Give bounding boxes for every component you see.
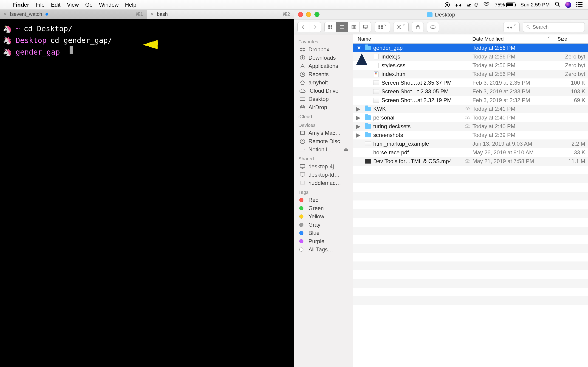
sidebar-item[interactable]: AirDrop: [294, 103, 353, 111]
table-row-empty: [353, 253, 588, 261]
search-input[interactable]: [533, 24, 581, 30]
svg-point-44: [302, 141, 303, 142]
sidebar-item-label: All Tags…: [309, 246, 333, 253]
search-field[interactable]: [523, 22, 585, 32]
file-date: Today at 2:41 PM: [473, 106, 553, 112]
minimize-window-button[interactable]: [306, 12, 311, 17]
battery-indicator[interactable]: 75%: [495, 2, 515, 8]
file-name: Screen Shot…at 2.32.19 PM: [381, 97, 452, 103]
sidebar-item-label: Green: [309, 205, 324, 211]
sidebar-tag[interactable]: Red: [294, 196, 353, 204]
sidebar-tag[interactable]: Purple: [294, 237, 353, 245]
terminal-tab-1[interactable]: × fsevent_watch ⌘1: [0, 10, 147, 19]
table-row[interactable]: Screen Shot…at 2.35.37 PMFeb 3, 2019 at …: [353, 78, 588, 87]
siri-icon[interactable]: [565, 2, 571, 8]
col-size[interactable]: Size: [553, 36, 588, 42]
close-icon[interactable]: ×: [4, 11, 7, 17]
table-row[interactable]: horse-race.pdfMay 26, 2019 at 9:10 AM33 …: [353, 148, 588, 157]
table-row[interactable]: Dev Tools for…TML & CSS.mp4May 21, 2019 …: [353, 157, 588, 166]
sidebar-item[interactable]: desktop-4j…: [294, 162, 353, 171]
table-row[interactable]: ▼gender_gapToday at 2:56 PM: [353, 44, 588, 52]
table-row[interactable]: index.jsToday at 2:56 PMZero byt: [353, 52, 588, 61]
table-row[interactable]: styles.cssToday at 2:56 PMZero byt: [353, 61, 588, 70]
sidebar-item[interactable]: huddlemac…: [294, 179, 353, 187]
table-row[interactable]: Screen Shot…t 2.33.05 PMFeb 3, 2019 at 2…: [353, 87, 588, 96]
file-name: html_markup_example: [373, 141, 429, 147]
sidebar-tag[interactable]: Gray: [294, 221, 353, 229]
col-date[interactable]: Date Modified˅: [473, 36, 553, 42]
tags-button[interactable]: [427, 22, 439, 32]
group-by-button[interactable]: ˅: [375, 22, 390, 32]
sidebar-item[interactable]: Dropbox: [294, 45, 353, 54]
disclosure-triangle-icon[interactable]: ▶: [356, 123, 360, 130]
spotlight-icon[interactable]: [555, 1, 560, 8]
dropbox-toolbar-button[interactable]: ⬧⬧˅: [503, 22, 519, 32]
forward-button[interactable]: [309, 22, 321, 32]
sidebar-item[interactable]: Desktop: [294, 95, 353, 103]
action-button[interactable]: ˅: [393, 22, 408, 32]
table-row[interactable]: Screen Shot…at 2.32.19 PMFeb 3, 2019 at …: [353, 96, 588, 105]
disclosure-triangle-icon[interactable]: ▶: [356, 115, 360, 121]
video-file-icon: [365, 159, 371, 164]
goggles-icon[interactable]: ⌀⌀: [467, 2, 469, 8]
col-name[interactable]: Name: [353, 36, 473, 42]
clock[interactable]: Sun 2:59 PM: [520, 2, 550, 8]
table-row[interactable]: ▶personalToday at 2:40 PM: [353, 113, 588, 122]
disclosure-triangle-icon[interactable]: ▼: [356, 45, 360, 51]
zoom-window-button[interactable]: [314, 12, 320, 17]
sidebar-item[interactable]: Remote Disc: [294, 137, 353, 145]
sidebar-tag[interactable]: Blue: [294, 229, 353, 237]
column-view-button[interactable]: [348, 22, 360, 32]
table-row[interactable]: index.htmlToday at 2:56 PMZero byt: [353, 70, 588, 78]
sidebar-item[interactable]: iCloud Drive: [294, 87, 353, 95]
file-size: 69 K: [553, 97, 588, 103]
cloud-download-icon[interactable]: [465, 123, 470, 130]
sidebar-tag[interactable]: All Tags…: [294, 245, 353, 254]
list-view-button[interactable]: [336, 22, 348, 32]
cloud-download-icon[interactable]: [465, 115, 470, 121]
sidebar-tag[interactable]: Green: [294, 204, 353, 212]
sidebar-tag[interactable]: Yellow: [294, 212, 353, 221]
terminal-body[interactable]: 🦄 ~ cd Desktop/ 🦄 Desktop cd gender_gap/…: [0, 19, 294, 367]
table-row[interactable]: html_markup_exampleJun 13, 2019 at 9:03 …: [353, 140, 588, 148]
html-file-icon: [373, 72, 379, 77]
table-row[interactable]: ▶turing-decksetsToday at 2:40 PM: [353, 122, 588, 131]
sidebar-item[interactable]: desktop-td…: [294, 171, 353, 179]
table-row[interactable]: ▶KWKToday at 2:41 PM: [353, 105, 588, 113]
sidebar-item[interactable]: Notion I…⏏: [294, 145, 353, 154]
menu-app[interactable]: Finder: [12, 2, 29, 8]
menu-edit[interactable]: Edit: [51, 2, 61, 8]
icon-view-button[interactable]: [325, 22, 336, 32]
eject-icon[interactable]: ⏏: [343, 146, 349, 153]
sidebar-item-label: Notion I…: [309, 146, 333, 153]
gallery-view-button[interactable]: [360, 22, 371, 32]
notification-center-icon[interactable]: [576, 2, 582, 7]
share-button[interactable]: [412, 22, 424, 32]
screenrec-icon[interactable]: [445, 2, 450, 7]
bluetooth-icon[interactable]: ⎊: [475, 1, 478, 8]
menu-go[interactable]: Go: [85, 2, 93, 8]
sidebar-item[interactable]: Downloads: [294, 54, 353, 62]
close-icon[interactable]: ×: [151, 11, 154, 17]
svg-rect-49: [300, 173, 305, 176]
finder-titlebar[interactable]: Desktop: [294, 10, 588, 20]
sidebar-item[interactable]: Recents: [294, 70, 353, 78]
dropbox-menubar-icon[interactable]: ⬧⬧: [455, 1, 462, 8]
cloud-download-icon[interactable]: [465, 158, 470, 165]
close-window-button[interactable]: [298, 12, 303, 17]
sidebar-item[interactable]: amyholt: [294, 78, 353, 87]
cloud-download-icon[interactable]: [465, 106, 470, 112]
disclosure-triangle-icon[interactable]: ▶: [356, 132, 360, 138]
svg-rect-41: [300, 131, 304, 134]
menu-window[interactable]: Window: [99, 2, 119, 8]
menu-help[interactable]: Help: [125, 2, 136, 8]
table-row[interactable]: ▶screenshotsToday at 2:39 PM: [353, 131, 588, 140]
terminal-tab-2[interactable]: × bash ⌘2: [147, 10, 294, 19]
menu-file[interactable]: File: [36, 2, 44, 8]
menu-view[interactable]: View: [67, 2, 79, 8]
wifi-icon[interactable]: [483, 2, 490, 8]
sidebar-item[interactable]: Amy's Mac…: [294, 129, 353, 137]
sidebar-item[interactable]: Applications: [294, 62, 353, 70]
disclosure-triangle-icon[interactable]: ▶: [356, 106, 360, 112]
back-button[interactable]: [298, 22, 309, 32]
